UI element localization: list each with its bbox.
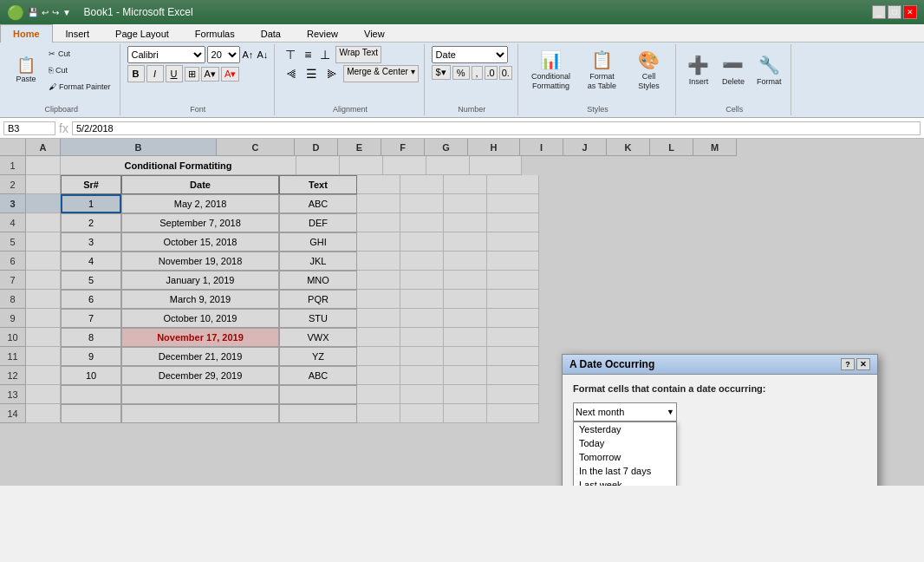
maximize-button[interactable]: □ <box>888 5 901 19</box>
delete-label: Delete <box>722 77 745 86</box>
cell-styles-button[interactable]: 🎨 CellStyles <box>628 46 669 95</box>
font-name-select[interactable]: Calibri <box>127 46 205 63</box>
dialog-controls-row: Next month ▼ Yesterday Today Tomorrow In… <box>573 402 867 422</box>
dropdown-item-today[interactable]: Today <box>574 436 676 450</box>
format-as-table-icon: 📋 <box>591 49 613 70</box>
tab-home[interactable]: Home <box>0 24 53 42</box>
tab-view[interactable]: View <box>351 24 398 42</box>
percent-button[interactable]: % <box>452 66 470 80</box>
font-color-icon[interactable]: A▾ <box>221 67 239 82</box>
font-decrease-icon[interactable]: A↓ <box>256 49 269 61</box>
delete-button[interactable]: ➖ Delete <box>718 46 749 95</box>
paste-icon: 📋 <box>16 57 36 73</box>
format-button[interactable]: 🔧 Format <box>752 46 786 95</box>
modal-overlay: A Date Occurring ? ✕ Format cells that c… <box>0 139 924 486</box>
copy-icon: ⎘ <box>49 66 53 75</box>
align-right-icon[interactable]: ⫸ <box>322 65 342 82</box>
title-bar-controls: _ □ ✕ <box>872 5 917 19</box>
date-type-select[interactable]: Next month ▼ <box>573 402 677 422</box>
dropdown-item-tomorrow[interactable]: Tomorrow <box>574 450 676 464</box>
dialog-title-text: A Date Occurring <box>569 358 654 370</box>
cells-label: Cells <box>678 105 791 114</box>
insert-button[interactable]: ➕ Insert <box>683 46 714 95</box>
conditional-formatting-label: ConditionalFormatting <box>531 72 570 91</box>
quick-access-more[interactable]: ▼ <box>62 8 71 17</box>
quick-redo-icon[interactable]: ↪ <box>52 8 59 17</box>
number-group: Date $▾ % , .0 0. Number <box>426 44 518 115</box>
font-label: Font <box>122 105 275 114</box>
tab-formulas[interactable]: Formulas <box>182 24 248 42</box>
underline-button[interactable]: U <box>166 65 183 82</box>
conditional-formatting-button[interactable]: 📊 ConditionalFormatting <box>525 46 576 95</box>
cut-icon: ✂ <box>49 49 55 58</box>
dialog-close-button[interactable]: ✕ <box>856 358 870 370</box>
dialog-description: Format cells that contain a date occurri… <box>573 383 867 394</box>
bold-button[interactable]: B <box>127 65 145 82</box>
cut-button[interactable]: ✂ Cut <box>45 46 114 62</box>
dropdown-item-last-week[interactable]: Last week <box>574 478 676 486</box>
align-center-icon[interactable]: ☰ <box>303 65 321 82</box>
font-size-select[interactable]: 20 <box>207 46 240 63</box>
quick-undo-icon[interactable]: ↩ <box>42 8 49 17</box>
italic-button[interactable]: I <box>146 65 164 82</box>
format-cells-icon: 🔧 <box>758 55 780 75</box>
alignment-label: Alignment <box>277 105 423 114</box>
tab-review[interactable]: Review <box>294 24 351 42</box>
quick-save-icon[interactable]: 💾 <box>28 8 38 17</box>
excel-logo-icon: 🟢 <box>7 4 24 21</box>
format-label: Format <box>757 77 782 86</box>
copy-label: Cut <box>55 66 68 75</box>
decrease-decimal-button[interactable]: 0. <box>499 66 512 80</box>
number-label: Number <box>426 105 517 114</box>
dialog-title-controls: ? ✕ <box>841 358 870 370</box>
align-left-icon[interactable]: ⫷ <box>282 65 301 82</box>
font-increase-icon[interactable]: A↑ <box>242 49 255 61</box>
dropdown-arrow-icon: ▼ <box>667 408 674 416</box>
format-as-table-button[interactable]: 📋 Formatas Table <box>579 46 624 95</box>
tab-data[interactable]: Data <box>248 24 294 42</box>
comma-button[interactable]: , <box>472 66 483 80</box>
title-bar: 🟢 💾 ↩ ↪ ▼ Book1 - Microsoft Excel _ □ ✕ <box>0 0 924 24</box>
title-text: Book1 - Microsoft Excel <box>84 6 193 18</box>
clipboard-group: 📋 Paste ✂ Cut ⎘ Cut 🖌 Format Painter <box>3 44 120 115</box>
date-type-dropdown: Yesterday Today Tomorrow In the last 7 d… <box>573 422 677 486</box>
insert-label: Insert <box>689 77 709 86</box>
tab-insert[interactable]: Insert <box>53 24 103 42</box>
dropdown-item-last7days[interactable]: In the last 7 days <box>574 464 676 478</box>
align-top-icon[interactable]: ⊤ <box>282 46 299 63</box>
increase-decimal-button[interactable]: .0 <box>485 66 498 80</box>
ribbon-tabs: Home Insert Page Layout Formulas Data Re… <box>0 24 924 42</box>
format-painter-button[interactable]: 🖌 Format Painter <box>45 79 114 95</box>
wrap-text-button[interactable]: Wrap Text <box>335 46 381 63</box>
align-middle-icon[interactable]: ≡ <box>301 46 315 63</box>
dialog-body: Format cells that contain a date occurri… <box>563 375 877 486</box>
format-painter-icon: 🖌 <box>49 82 56 91</box>
cell-styles-icon: 🎨 <box>638 49 660 70</box>
number-format-select[interactable]: Date <box>432 46 508 63</box>
copy-button[interactable]: ⎘ Cut <box>45 62 114 78</box>
font-group: Calibri 20 A↑ A↓ B I U ⊞ A▾ A▾ Font <box>122 44 276 115</box>
formula-input[interactable] <box>72 121 921 135</box>
dialog-help-button[interactable]: ? <box>841 358 855 370</box>
date-occurring-dialog: A Date Occurring ? ✕ Format cells that c… <box>562 354 878 486</box>
ribbon-content: 📋 Paste ✂ Cut ⎘ Cut 🖌 Format Painter <box>0 42 924 117</box>
border-icon[interactable]: ⊞ <box>185 67 199 82</box>
close-button[interactable]: ✕ <box>903 5 917 19</box>
currency-button[interactable]: $▾ <box>432 65 451 80</box>
fill-color-icon[interactable]: A▾ <box>201 67 219 82</box>
tab-page-layout[interactable]: Page Layout <box>102 24 182 42</box>
align-bottom-icon[interactable]: ⊥ <box>316 46 334 63</box>
date-type-value: Next month <box>576 407 667 417</box>
delete-cells-icon: ➖ <box>722 55 744 75</box>
alignment-group: ⊤ ≡ ⊥ Wrap Text ⫷ ☰ ⫸ Merge & Center ▾ A… <box>277 44 424 115</box>
paste-label: Paste <box>16 75 36 83</box>
cell-reference-input[interactable] <box>3 121 55 135</box>
cells-group: ➕ Insert ➖ Delete 🔧 Format Cells <box>678 44 792 115</box>
paste-button[interactable]: 📋 Paste <box>9 46 43 95</box>
spreadsheet-container: A B C D E F G H I J K L M 1 Conditional … <box>0 139 924 486</box>
dropdown-item-yesterday[interactable]: Yesterday <box>574 422 676 436</box>
clipboard-small-buttons: ✂ Cut ⎘ Cut 🖌 Format Painter <box>45 46 114 107</box>
conditional-formatting-icon: 📊 <box>540 49 562 70</box>
minimize-button[interactable]: _ <box>872 5 886 19</box>
merge-center-button[interactable]: Merge & Center ▾ <box>343 65 418 82</box>
